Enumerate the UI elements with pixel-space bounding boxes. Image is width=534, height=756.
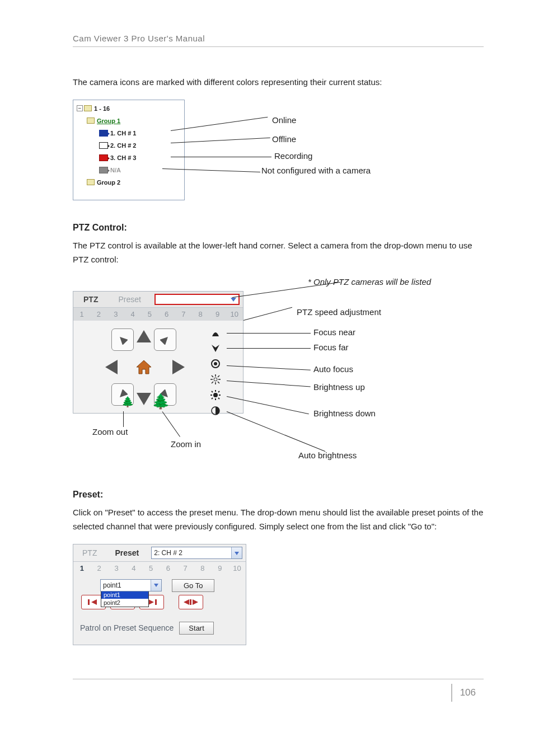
tree-ch1[interactable]: 1. CH # 1 [110,130,136,137]
ptz-note: * Only PTZ cameras will be listed [308,277,431,287]
label-focus-near: Focus near [313,327,355,337]
focus-near-icon[interactable] [208,325,223,340]
label-focus-far: Focus far [313,342,349,352]
label-offline: Offline [272,134,296,144]
ptz-heading: PTZ Control: [73,223,484,233]
svg-marker-9 [212,345,219,352]
ptz-dpad: 🌲 🌲 [96,325,192,409]
svg-line-29 [212,398,213,399]
ptz-home-button[interactable] [133,356,155,378]
label-recording: Recording [274,151,312,161]
svg-line-18 [218,382,219,383]
svg-marker-40 [193,599,198,605]
label-zoom-in: Zoom in [171,439,201,449]
ptz-diagram: * Only PTZ cameras will be listed PTZ Pr… [73,277,465,467]
focus-far-icon[interactable] [208,341,223,355]
label-auto-bright: Auto brightness [298,450,357,460]
tree-group1[interactable]: Group 1 [97,118,120,124]
svg-marker-3 [105,360,118,374]
folder-icon [84,105,92,111]
svg-point-12 [214,378,217,381]
folder-icon [87,179,95,185]
brightness-up-icon[interactable] [208,372,223,387]
auto-focus-icon[interactable] [208,356,223,371]
intro-text: The camera icons are marked with differe… [73,75,484,90]
preset-tab-ptz[interactable]: PTZ [73,545,106,561]
camera-tree-panel: − 1 - 16 Group 1 1. CH # 1 2. CH # 2 3. … [73,100,185,200]
ptz-text: The PTZ control is available at the lowe… [73,238,484,267]
camera-status-diagram: − 1 - 16 Group 1 1. CH # 1 2. CH # 2 3. … [73,100,465,206]
ptz-camera-dropdown[interactable] [154,294,240,305]
svg-rect-31 [88,599,90,605]
header-rule [73,46,484,47]
svg-point-21 [213,393,218,397]
label-speed-adj: PTZ speed adjustment [297,307,381,317]
dir-right[interactable] [167,356,190,378]
zoom-out-icon[interactable]: 🌲 [121,396,134,408]
preset-point-dropdown[interactable]: point1 [100,579,162,591]
folder-icon [87,118,95,124]
svg-line-17 [212,375,213,377]
goto-button[interactable]: Go To [172,579,214,592]
svg-marker-32 [91,599,97,605]
svg-line-28 [218,391,219,392]
svg-marker-2 [160,335,170,345]
label-notconfigured: Not configured with a camera [261,166,371,175]
brightness-down-icon[interactable] [208,388,223,402]
preset-speed-row[interactable]: 12345678910 [73,562,246,575]
camera-offline-icon [99,142,108,149]
ptz-speed-row[interactable]: 12345678910 [73,308,243,321]
svg-line-26 [212,391,213,392]
camera-online-icon [99,130,108,137]
preset-point-value: point1 [103,581,121,589]
tab-ptz[interactable]: PTZ [73,292,108,307]
svg-marker-38 [184,599,189,605]
collapse-icon[interactable]: − [77,105,83,111]
header-title: Cam Viewer 3 Pro User's Manual [73,34,484,43]
patrol-label: Patrol on Preset Sequence [80,623,174,632]
svg-line-19 [218,375,219,377]
label-online: Online [272,115,296,125]
preset-text: Click on "Preset" to access the preset m… [73,505,484,534]
tree-ch3[interactable]: 3. CH # 3 [110,154,136,161]
svg-line-27 [218,398,219,399]
svg-line-20 [212,382,213,383]
preset-tab-preset[interactable]: Preset [106,545,148,561]
preset-point-options[interactable]: point1 point2 [101,590,149,607]
svg-marker-4 [137,360,151,374]
camera-recording-icon [99,154,108,161]
tree-na: N/A [110,167,121,173]
svg-marker-5 [172,360,185,374]
preset-option[interactable]: point2 [101,599,148,607]
page-number: 106 [451,684,484,702]
svg-marker-1 [137,330,151,342]
ptz-panel: PTZ Preset 12345678910 [73,291,243,414]
camera-na-icon [99,167,108,173]
svg-rect-39 [190,599,191,605]
preset-last-button[interactable] [179,595,203,609]
label-auto-focus: Auto focus [313,364,353,374]
zoom-in-icon[interactable]: 🌲 [152,393,170,410]
svg-marker-36 [148,599,154,605]
label-bright-down: Brightness down [313,408,376,418]
dir-left[interactable] [100,356,123,378]
svg-point-11 [214,362,217,365]
tree-group2[interactable]: Group 2 [97,179,120,186]
tab-preset[interactable]: Preset [108,292,151,307]
svg-marker-0 [118,335,128,345]
dir-up[interactable] [133,325,155,348]
svg-rect-37 [155,599,157,605]
dir-up-left[interactable] [111,328,134,351]
start-button[interactable]: Start [179,622,213,635]
preset-channel-dropdown[interactable]: 2: CH # 2 [151,547,242,559]
label-zoom-out: Zoom out [92,427,128,436]
preset-option[interactable]: point1 [101,591,148,599]
tree-root[interactable]: 1 - 16 [94,105,110,112]
preset-panel: PTZ Preset 2: CH # 2 12345678910 point1 … [73,544,246,645]
label-bright-up: Brightness up [313,382,365,392]
dir-up-right[interactable] [154,328,176,351]
tree-ch2[interactable]: 2. CH # 2 [110,142,136,149]
preset-heading: Preset: [73,490,484,500]
auto-brightness-icon[interactable] [208,403,223,418]
svg-marker-7 [137,393,151,405]
